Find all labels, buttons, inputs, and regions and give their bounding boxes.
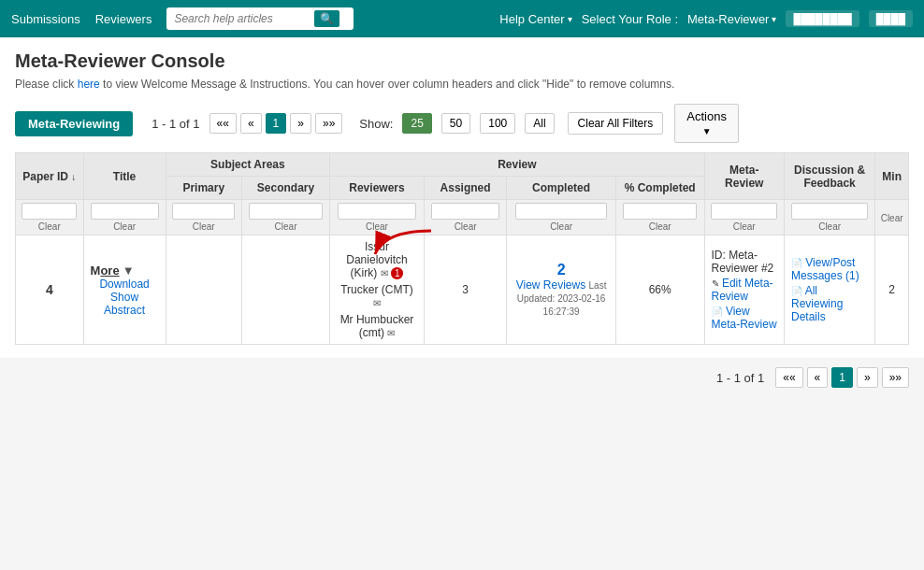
footer-prev-page-button[interactable]: « — [807, 367, 829, 388]
col-review-group: Review — [330, 153, 704, 177]
meta-reviewing-tab[interactable]: Meta-Reviewing — [15, 111, 133, 136]
page-instructions: Please click here to view Welcome Messag… — [15, 78, 909, 91]
filter-secondary[interactable] — [249, 203, 322, 220]
messages-icon: 📄 — [791, 258, 802, 268]
cell-discussion-feedback: 📄 View/Post Messages (1) 📄 All Reviewing… — [784, 235, 874, 345]
help-center-dropdown[interactable]: Help Center — [499, 12, 571, 26]
toolbar: Meta-Reviewing 1 - 1 of 1 «« « 1 » »» Sh… — [15, 104, 909, 143]
top-navigation: Submissions Reviewers 🔍 Help Center Sele… — [0, 0, 924, 37]
meta-reviewer-dropdown[interactable]: Meta-Reviewer — [687, 12, 776, 26]
col-title: Title — [83, 153, 166, 200]
title-more: More ▼ — [91, 264, 159, 278]
clear-assigned[interactable]: Clear — [427, 221, 504, 232]
show-100-button[interactable]: 100 — [480, 113, 515, 134]
filter-primary[interactable] — [172, 203, 235, 220]
filter-reviewers[interactable] — [338, 203, 416, 220]
actions-button[interactable]: Actions ▼ — [674, 104, 739, 143]
col-reviewers: Reviewers — [330, 177, 425, 200]
reviewers-nav-link[interactable]: Reviewers — [95, 12, 152, 26]
clear-paper-id[interactable]: Clear — [19, 221, 80, 232]
show-label: Show: — [359, 117, 393, 131]
clear-meta-review[interactable]: Clear — [708, 221, 781, 232]
edit-meta-review-icon: ✎ — [712, 278, 719, 289]
col-discussion-feedback: Discussion & Feedback — [784, 153, 874, 200]
col-secondary: Secondary — [241, 177, 329, 200]
footer-pagination: 1 - 1 of 1 «« « 1 » »» — [0, 358, 924, 397]
email-icon-3[interactable]: ✉ — [387, 328, 395, 338]
cell-meta-review: ID: Meta-Reviewer #2 ✎ Edit Meta-Review … — [704, 235, 784, 345]
sort-icon: ↓ — [71, 172, 76, 182]
page-title: Meta-Reviewer Console — [15, 50, 909, 72]
instructions-link[interactable]: here — [78, 78, 100, 91]
search-button[interactable]: 🔍 — [314, 10, 339, 27]
edit-meta-review-link[interactable]: Edit Meta-Review — [712, 277, 773, 303]
col-assigned: Assigned — [424, 177, 507, 200]
expand-icon[interactable]: ▼ — [123, 264, 135, 278]
cell-pct-completed: 66% — [615, 235, 704, 345]
next-page-button[interactable]: » — [290, 113, 311, 134]
clear-reviewers[interactable]: Clear — [333, 221, 421, 232]
col-pct-completed: % Completed — [615, 177, 704, 200]
cell-min: 2 — [875, 235, 909, 345]
filter-completed[interactable] — [515, 203, 608, 220]
cell-completed: 2 View Reviews Last Updated: 2023-02-16 … — [507, 235, 615, 345]
prev-page-button[interactable]: « — [240, 113, 262, 134]
footer-next-page-button[interactable]: » — [857, 367, 878, 388]
last-page-button[interactable]: »» — [315, 113, 342, 134]
reviewer-3: Mr Humbucker (cmt) ✉ — [337, 313, 417, 339]
filter-paper-id[interactable] — [22, 203, 77, 220]
col-paper-id: Paper ID ↓ — [16, 153, 84, 200]
title-text: More — [91, 264, 120, 278]
col-primary: Primary — [166, 177, 241, 200]
filter-pct[interactable] — [623, 203, 697, 220]
filter-discussion[interactable] — [791, 203, 867, 220]
clear-primary[interactable]: Clear — [169, 221, 238, 232]
all-reviewing-icon: 📄 — [791, 286, 802, 296]
show-50-button[interactable]: 50 — [441, 113, 470, 134]
show-25-button[interactable]: 25 — [402, 113, 431, 134]
email-icon-2[interactable]: ✉ — [373, 298, 381, 308]
actions-arrow-icon: ▼ — [702, 125, 712, 138]
clear-discussion[interactable]: Clear — [787, 221, 872, 232]
completed-count: 2 — [513, 262, 608, 278]
user-role: ████ — [869, 10, 913, 27]
submissions-nav-link[interactable]: Submissions — [11, 12, 80, 26]
footer-page-1-button[interactable]: 1 — [831, 367, 853, 388]
clear-secondary[interactable]: Clear — [245, 221, 326, 232]
clear-title[interactable]: Clear — [87, 221, 163, 232]
filter-assigned[interactable] — [431, 203, 499, 220]
clear-min[interactable]: Clear — [878, 213, 905, 223]
clear-all-filters-button[interactable]: Clear All Filters — [568, 112, 664, 135]
col-meta-review: Meta-Review — [704, 153, 784, 200]
col-completed: Completed — [507, 177, 615, 200]
view-meta-review-icon: 📄 — [712, 306, 723, 317]
actions-label: Actions — [686, 108, 727, 125]
select-role-label: Select Your Role : — [582, 12, 678, 26]
cell-assigned: 3 — [424, 235, 507, 345]
view-reviews-link[interactable]: View Reviews — [516, 278, 585, 292]
footer-last-page-button[interactable]: »» — [882, 367, 909, 388]
clear-pct[interactable]: Clear — [619, 221, 701, 232]
reviewer-1: Issur Danielovitch (Kirk) ✉ 1 — [337, 240, 417, 279]
first-page-button[interactable]: «« — [209, 113, 237, 134]
col-min: Min — [875, 153, 909, 200]
footer-pagination-info: 1 - 1 of 1 — [716, 371, 764, 385]
nav-right: Help Center Select Your Role : Meta-Revi… — [499, 10, 913, 27]
email-icon-1[interactable]: ✉ — [381, 268, 388, 278]
page-1-button[interactable]: 1 — [266, 113, 287, 134]
footer-first-page-button[interactable]: «« — [775, 367, 802, 388]
cell-secondary — [241, 235, 329, 345]
clear-completed[interactable]: Clear — [510, 221, 612, 232]
show-abstract-link[interactable]: Show Abstract — [104, 291, 145, 317]
search-input[interactable] — [174, 12, 314, 25]
pagination-info: 1 - 1 of 1 — [152, 117, 199, 131]
download-link[interactable]: Download — [99, 278, 149, 291]
col-subject-areas-group: Subject Areas — [166, 153, 330, 177]
filter-title[interactable] — [91, 203, 159, 220]
cell-reviewers: Issur Danielovitch (Kirk) ✉ 1 Trucker (C… — [330, 235, 425, 345]
badge-1: 1 — [391, 267, 404, 279]
show-all-button[interactable]: All — [525, 113, 554, 134]
filter-meta-review[interactable] — [711, 203, 777, 220]
user-info: ████████ — [786, 10, 859, 27]
table-row: 4 More ▼ Download Show Abstract — [16, 235, 909, 345]
